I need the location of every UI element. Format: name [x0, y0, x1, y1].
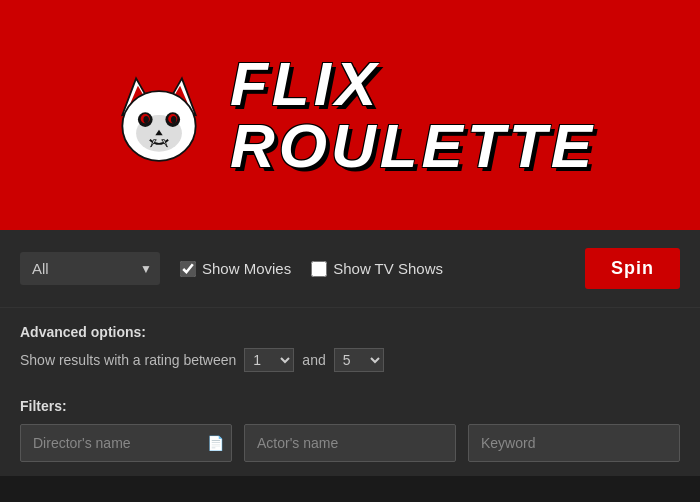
show-tv-checkbox[interactable]	[311, 261, 327, 277]
actor-input-wrapper	[244, 424, 456, 462]
logo-line1: FLIX	[230, 53, 596, 115]
show-tv-label: Show TV Shows	[333, 260, 443, 277]
logo-container: FLIX ROULETTE	[104, 53, 596, 177]
rating-min-select[interactable]: 1234 5678 910	[244, 348, 294, 372]
svg-point-11	[171, 116, 177, 123]
advanced-options-title: Advanced options:	[20, 324, 680, 340]
spin-button[interactable]: Spin	[585, 248, 680, 289]
rating-row: Show results with a rating between 1234 …	[20, 348, 680, 372]
genre-select-wrapper: All Action Comedy Drama Horror Sci-Fi Th…	[20, 252, 160, 285]
genre-select[interactable]: All Action Comedy Drama Horror Sci-Fi Th…	[20, 252, 160, 285]
filter-inputs-row: 📄	[20, 424, 680, 462]
rating-label-before: Show results with a rating between	[20, 352, 236, 368]
show-movies-checkbox[interactable]	[180, 261, 196, 277]
show-movies-checkbox-group[interactable]: Show Movies	[180, 260, 291, 277]
show-tv-checkbox-group[interactable]: Show TV Shows	[311, 260, 443, 277]
mascot-icon	[104, 60, 214, 170]
advanced-options-section: Advanced options: Show results with a ra…	[0, 308, 700, 384]
filters-section: Filters: 📄	[0, 384, 700, 476]
keyword-input-wrapper	[468, 424, 680, 462]
rating-and-label: and	[302, 352, 325, 368]
svg-point-10	[143, 116, 149, 123]
show-movies-label: Show Movies	[202, 260, 291, 277]
director-icon: 📄	[207, 435, 224, 451]
director-input[interactable]	[20, 424, 232, 462]
controls-bar: All Action Comedy Drama Horror Sci-Fi Th…	[0, 230, 700, 308]
actor-input[interactable]	[244, 424, 456, 462]
keyword-input[interactable]	[468, 424, 680, 462]
director-input-wrapper: 📄	[20, 424, 232, 462]
logo-text: FLIX ROULETTE	[230, 53, 596, 177]
filters-title: Filters:	[20, 398, 680, 414]
logo-line2: ROULETTE	[230, 115, 596, 177]
rating-max-select[interactable]: 1234 5678 910	[334, 348, 384, 372]
header: FLIX ROULETTE	[0, 0, 700, 230]
